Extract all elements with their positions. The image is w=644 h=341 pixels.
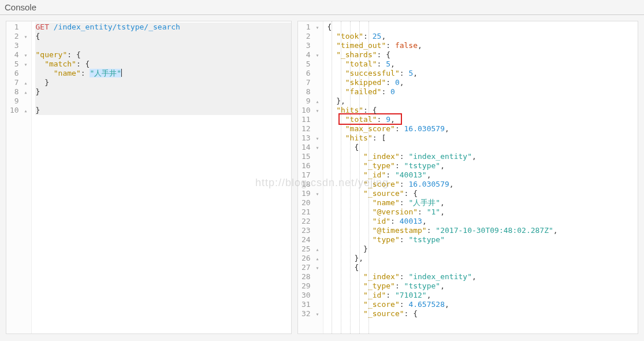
fold-icon[interactable]: ▾: [23, 51, 28, 60]
response-editor[interactable]: 1 ▾2 3 4 ▾5 6 7 8 9 ▴10 ▾11 12 13 ▾14 ▾1…: [298, 21, 638, 333]
fold-icon[interactable]: ▴: [315, 97, 319, 106]
gutter-line: 9: [6, 97, 31, 106]
fold-icon[interactable]: ▾: [315, 310, 319, 319]
gutter-line: 1: [6, 23, 31, 32]
gutter-line: 4 ▾: [298, 50, 323, 60]
fold-icon[interactable]: ▾: [23, 32, 28, 42]
code-line[interactable]: }: [35, 78, 291, 87]
request-panel: 1 2 ▾3 4 ▾5 ▾6 7 ▴8 ▴9 10 ▴ GET /index_e…: [6, 21, 292, 334]
gutter-line: 27 ▾: [298, 263, 323, 272]
gutter-line: 15: [298, 152, 323, 161]
fold-icon[interactable]: ▾: [23, 60, 28, 69]
code-line[interactable]: }: [35, 87, 291, 97]
editor-panels: 1 2 ▾3 4 ▾5 ▾6 7 ▴8 ▴9 10 ▴ GET /index_e…: [0, 15, 644, 340]
code-line[interactable]: [35, 41, 291, 50]
gutter-line: 24: [298, 235, 323, 244]
fold-icon[interactable]: ▴: [23, 88, 28, 97]
fold-icon[interactable]: ▴: [23, 106, 28, 116]
gutter-line: 8: [298, 87, 323, 97]
gutter-line: 23: [298, 226, 323, 235]
gutter-line: 32 ▾: [298, 309, 323, 318]
gutter-line: 19 ▾: [298, 189, 323, 198]
fold-icon[interactable]: ▴: [315, 254, 319, 264]
code-line[interactable]: [35, 97, 291, 106]
gutter-line: 7: [298, 78, 323, 87]
fold-icon[interactable]: ▾: [315, 23, 319, 32]
request-code[interactable]: GET /index_entity/tstype/_search { "quer…: [32, 21, 291, 333]
fold-icon[interactable]: ▾: [315, 143, 319, 153]
request-gutter: 1 2 ▾3 4 ▾5 ▾6 7 ▴8 ▴9 10 ▴: [6, 21, 32, 333]
gutter-line: 4 ▾: [6, 50, 31, 60]
fold-icon[interactable]: ▾: [315, 190, 319, 199]
gutter-line: 10 ▾: [298, 106, 323, 115]
gutter-line: 21: [298, 207, 323, 217]
gutter-line: 7 ▴: [6, 78, 31, 87]
gutter-line: 22: [298, 217, 323, 226]
fold-icon[interactable]: ▴: [315, 245, 319, 254]
fold-icon[interactable]: ▾: [315, 106, 319, 116]
gutter-line: 14 ▾: [298, 143, 323, 152]
console-title: Console: [5, 2, 36, 12]
gutter-line: 2 ▾: [6, 32, 31, 41]
code-line[interactable]: }: [35, 106, 291, 115]
gutter-line: 1 ▾: [298, 23, 323, 32]
request-editor[interactable]: 1 2 ▾3 4 ▾5 ▾6 7 ▴8 ▴9 10 ▴ GET /index_e…: [6, 21, 291, 333]
gutter-line: 5: [298, 60, 323, 69]
gutter-line: 20: [298, 198, 323, 207]
gutter-line: 6: [6, 69, 31, 78]
gutter-line: 10 ▴: [6, 106, 31, 115]
code-line[interactable]: "match": {: [35, 60, 291, 69]
gutter-line: 13 ▾: [298, 134, 323, 143]
response-panel: 1 ▾2 3 4 ▾5 6 7 8 9 ▴10 ▾11 12 13 ▾14 ▾1…: [297, 21, 638, 334]
gutter-line: 3: [6, 41, 31, 50]
gutter-line: 2: [298, 32, 323, 41]
fold-icon[interactable]: ▴: [23, 79, 28, 88]
console-header: Console: [0, 0, 644, 15]
fold-icon[interactable]: ▾: [315, 51, 319, 60]
code-line[interactable]: "query": {: [35, 50, 291, 60]
gutter-line: 3: [298, 41, 323, 50]
gutter-line: 28: [298, 272, 323, 281]
gutter-line: 25 ▴: [298, 244, 323, 254]
code-line[interactable]: "name": "人手井": [35, 69, 291, 78]
gutter-line: 29: [298, 281, 323, 291]
code-line[interactable]: {: [35, 32, 291, 41]
response-code[interactable]: { "took": 25, "timed_out": false, "_shar…: [323, 21, 638, 333]
fold-icon[interactable]: ▾: [315, 134, 319, 143]
gutter-line: 30: [298, 291, 323, 300]
fold-icon[interactable]: ▾: [315, 264, 319, 273]
gutter-line: 18: [298, 180, 323, 189]
gutter-line: 5 ▾: [6, 60, 31, 69]
gutter-line: 16: [298, 161, 323, 170]
gutter-line: 9 ▴: [298, 97, 323, 106]
response-gutter: 1 ▾2 3 4 ▾5 6 7 8 9 ▴10 ▾11 12 13 ▾14 ▾1…: [298, 21, 323, 333]
gutter-line: 26 ▴: [298, 254, 323, 263]
code-line[interactable]: GET /index_entity/tstype/_search: [35, 23, 291, 32]
gutter-line: 8 ▴: [6, 87, 31, 97]
gutter-line: 12: [298, 124, 323, 134]
gutter-line: 6: [298, 69, 323, 78]
gutter-line: 11: [298, 115, 323, 124]
gutter-line: 31: [298, 300, 323, 309]
gutter-line: 17: [298, 170, 323, 180]
